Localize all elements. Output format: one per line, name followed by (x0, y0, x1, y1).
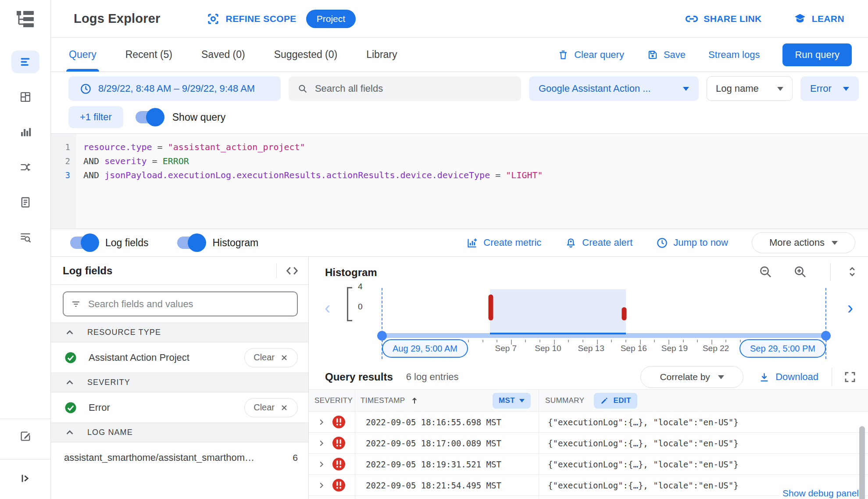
log-fields-title: Log fields (63, 265, 112, 277)
divider (830, 263, 831, 280)
tab-library[interactable]: Library (366, 38, 397, 72)
zoom-out-button[interactable] (757, 264, 773, 280)
row-severity-cell (309, 475, 355, 495)
time-range-picker[interactable]: 8/29/22, 8:48 AM – 9/29/22, 9:48 AM (68, 76, 281, 101)
clear-filter-button[interactable]: Clear (244, 398, 298, 417)
histogram-bar[interactable] (622, 307, 626, 320)
histogram-timeline[interactable] (382, 333, 826, 338)
range-start-pill[interactable]: Aug 29, 5:00 AM (382, 339, 468, 358)
learn-button[interactable]: LEARN (793, 12, 844, 25)
resource-type-dropdown[interactable]: Google Assistant Action ... (529, 76, 699, 101)
run-query-button[interactable]: Run query (782, 43, 852, 66)
expand-row-chevron[interactable] (317, 481, 326, 490)
jump-to-now-button[interactable]: Jump to now (656, 237, 728, 249)
clear-query-button[interactable]: Clear query (557, 49, 624, 61)
severity-dropdown[interactable]: Error (800, 76, 859, 101)
timestamp-column-header[interactable]: TIMESTAMP MST (355, 390, 539, 411)
table-row[interactable]: 2022-09-05 18:19:31.521 MST{"executionLo… (309, 454, 868, 475)
vertical-scrollbar[interactable] (859, 426, 865, 499)
histogram-prev-button[interactable]: ‹ (325, 299, 330, 316)
log-fields-search-box[interactable] (63, 291, 298, 316)
selected-time-range-band[interactable] (490, 289, 626, 333)
stream-logs-label: Stream logs (708, 49, 760, 61)
tab-suggested[interactable]: Suggested (0) (274, 38, 337, 72)
log-fields-toggle[interactable] (70, 237, 97, 249)
divider (832, 368, 832, 386)
severity-column-header: SEVERITY (309, 390, 355, 411)
share-link-label: SHARE LINK (704, 14, 761, 24)
sidebar-item-logs-explorer[interactable] (11, 50, 39, 73)
sidebar-item-logs-storage[interactable] (11, 191, 39, 214)
range-end-handle[interactable] (821, 331, 831, 341)
sidebar-item-log-analytics[interactable] (11, 226, 39, 249)
chevron-up-icon (64, 377, 75, 388)
create-metric-button[interactable]: Create metric (466, 237, 541, 249)
clear-filter-button[interactable]: Clear (244, 348, 298, 367)
tab-saved[interactable]: Saved (0) (201, 38, 245, 72)
log-field-item[interactable]: Assistant Action ProjectClear (51, 342, 308, 373)
table-row[interactable]: 2022-09-05 18:17:00.089 MST{"executionLo… (309, 433, 868, 454)
query-actions: Clear query Save Stream logs Run query (557, 43, 852, 66)
show-query-toggle[interactable] (136, 111, 163, 123)
histogram-chart[interactable] (382, 288, 826, 333)
sidebar-item-edit[interactable] (11, 427, 39, 446)
timeline-tick (697, 340, 698, 342)
show-debug-panel-link[interactable]: Show debug panel (780, 488, 859, 499)
log-field-item[interactable]: assistant_smarthome/assistant_smarthom…6 (51, 442, 308, 473)
logs-explorer-icon (19, 56, 32, 68)
create-metric-label: Create metric (483, 237, 541, 248)
row-timestamp-cell: 2022-09-05 18:21:54.495 MST (355, 475, 539, 495)
create-alert-button[interactable]: Create alert (565, 237, 632, 249)
code-brackets-icon[interactable] (285, 263, 300, 278)
zoom-in-button[interactable] (792, 264, 808, 280)
edit-summary-button[interactable]: EDIT (594, 393, 637, 409)
search-all-fields-input[interactable] (315, 83, 512, 94)
search-all-fields-box[interactable] (289, 76, 521, 101)
time-range-label: 8/29/22, 8:48 AM – 9/29/22, 9:48 AM (98, 83, 255, 94)
rail-nav (0, 38, 50, 249)
log-field-item[interactable]: ErrorClear (51, 392, 308, 423)
share-link-button[interactable]: SHARE LINK (685, 12, 761, 25)
timeline-tick-label: Sep 7 (495, 344, 517, 353)
histogram-next-button[interactable]: › (847, 299, 853, 316)
sidebar-item-logs-router[interactable] (11, 156, 39, 179)
stream-logs-button[interactable]: Stream logs (708, 49, 760, 61)
timeline-tick-label: Sep 16 (621, 344, 647, 353)
log-entries-count: 6 log entries (406, 371, 459, 383)
range-start-handle[interactable] (377, 331, 387, 341)
timeline-tick (568, 340, 569, 342)
sidebar-item-logs-dashboard[interactable] (11, 86, 39, 108)
log-analytics-icon (19, 231, 32, 244)
expand-row-chevron[interactable] (317, 417, 326, 427)
more-actions-button[interactable]: More actions (752, 232, 855, 253)
section-header-resource-type[interactable]: RESOURCE TYPE (51, 323, 308, 342)
table-row[interactable]: 2022-09-05 18:16:55.698 MST{"executionLo… (309, 412, 868, 433)
log-fields-header-actions (276, 263, 300, 278)
expand-histogram-button[interactable] (844, 264, 860, 280)
expand-row-chevron[interactable] (317, 460, 326, 469)
learn-label: LEARN (812, 14, 844, 24)
correlate-by-dropdown[interactable]: Correlate by (640, 366, 743, 388)
timezone-chip[interactable]: MST (493, 393, 531, 409)
expand-row-chevron[interactable] (317, 438, 326, 448)
section-header-log-name[interactable]: LOG NAME (51, 423, 308, 442)
save-button[interactable]: Save (647, 49, 686, 61)
refine-scope-button[interactable]: REFINE SCOPE (207, 12, 296, 25)
histogram-bar[interactable] (488, 294, 493, 320)
tab-recent[interactable]: Recent (5) (125, 38, 172, 72)
download-button[interactable]: Download (758, 371, 818, 383)
section-header-severity[interactable]: SEVERITY (51, 373, 308, 392)
sidebar-item-log-based-metrics[interactable] (11, 121, 39, 144)
toggle-panel-button[interactable] (11, 469, 39, 488)
chevron-down-icon (718, 375, 724, 379)
timeline-tick-label: Sep 19 (661, 344, 688, 353)
project-scope-badge[interactable]: Project (306, 10, 356, 28)
range-end-pill[interactable]: Sep 29, 5:00 PM (739, 339, 826, 358)
tab-query[interactable]: Query (69, 38, 96, 72)
fullscreen-button[interactable] (843, 370, 857, 384)
add-filter-button[interactable]: +1 filter (68, 106, 123, 128)
query-editor[interactable]: 1resource.type = "assistant_action_proje… (51, 133, 868, 229)
histogram-toggle[interactable] (177, 237, 204, 249)
log-fields-search-input[interactable] (88, 298, 290, 310)
log-name-dropdown[interactable]: Log name (707, 76, 793, 101)
